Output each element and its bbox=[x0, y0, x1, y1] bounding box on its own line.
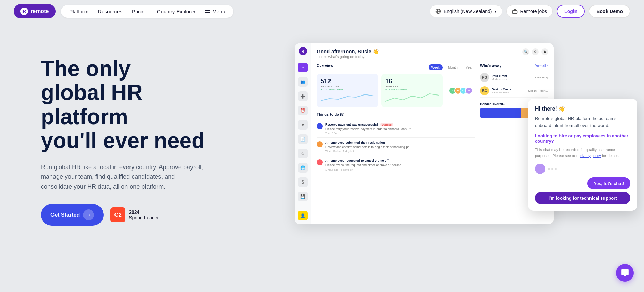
navbar: R remote Platform Resources Pricing Coun… bbox=[0, 0, 644, 23]
sidebar-star-icon[interactable]: ☆ bbox=[298, 149, 308, 158]
todo-item-3: An employee requested to cancel 7 time o… bbox=[317, 156, 475, 174]
g2-logo-icon: G2 bbox=[110, 207, 125, 222]
nav-right: English (New Zealand) ▾ Remote jobs Logi… bbox=[430, 5, 630, 18]
globe-icon bbox=[435, 9, 441, 14]
chat-disclaimer: This chat may be recorded for quality as… bbox=[535, 147, 630, 158]
menu-icon bbox=[205, 10, 210, 13]
overview-label: Overview bbox=[317, 63, 333, 68]
dashboard-header: Good afternoon, Susie 👋 Here's what's go… bbox=[317, 48, 548, 59]
tab-month[interactable]: Month bbox=[445, 64, 460, 70]
joiners-change: +5 from last week bbox=[385, 88, 439, 91]
nav-pill: Platform Resources Pricing Country Explo… bbox=[61, 5, 233, 18]
dashboard-tabs: Week Month Year bbox=[429, 64, 475, 70]
hero-visual: R ⌂ 👥 ➕ ⏰ ♥ 📄 ☆ 🌐 $ 💾 👤 Good afternoon, … bbox=[218, 36, 630, 224]
chat-bubble-icon bbox=[620, 268, 629, 277]
todo-meta-1: Tue, 8 Jun bbox=[325, 132, 413, 135]
sidebar-logo-icon: R bbox=[299, 47, 307, 55]
todo-desc-3: Please review the request and either app… bbox=[325, 163, 402, 167]
sidebar-save-icon[interactable]: 💾 bbox=[298, 192, 308, 201]
todo-desc-1: Please retry your reserve payment in ord… bbox=[325, 127, 413, 131]
chat-body: Remote's global HR platform helps teams … bbox=[535, 115, 630, 129]
sidebar-globe-icon[interactable]: 🌐 bbox=[298, 163, 308, 173]
headcount-change: +10 from last week bbox=[321, 88, 374, 91]
todo-item-1: Reserve payment was unsuccessful Overdue… bbox=[317, 120, 475, 138]
chat-fab-button[interactable] bbox=[616, 264, 634, 282]
sidebar-money-icon[interactable]: $ bbox=[298, 177, 308, 187]
chat-typing-indicator bbox=[548, 168, 557, 170]
todo-dot-1 bbox=[317, 123, 323, 129]
logo[interactable]: R remote bbox=[14, 4, 56, 18]
away-name-2: Beatriz Costa bbox=[492, 88, 525, 91]
refresh-icon[interactable]: ↻ bbox=[541, 48, 548, 55]
todo-meta-2: Wed, 10 Jun · 1 day left bbox=[325, 150, 411, 153]
todo-item-2: An employee submitted their resignation … bbox=[317, 138, 475, 156]
chat-avatar bbox=[535, 164, 545, 174]
headcount-number: 512 bbox=[321, 78, 374, 85]
remote-jobs-button[interactable]: Remote jobs bbox=[506, 5, 553, 17]
chat-yes-button[interactable]: Yes, let's chat! bbox=[587, 177, 630, 189]
privacy-policy-link[interactable]: privacy policy bbox=[579, 154, 601, 158]
nav-menu[interactable]: Menu bbox=[205, 9, 225, 14]
sidebar-clock-icon[interactable]: ⏰ bbox=[298, 106, 308, 115]
chat-support-button[interactable]: I'm looking for technical support bbox=[535, 192, 630, 204]
chat-question: Looking to hire or pay employees in anot… bbox=[535, 133, 630, 144]
g2-text: 2024 Spring Leader bbox=[129, 209, 159, 220]
headcount-card: 512 HEADCOUNT +10 from last week bbox=[317, 74, 378, 107]
hero-title: The only global HR platform you'll ever … bbox=[41, 57, 218, 153]
svg-rect-3 bbox=[512, 11, 517, 14]
remote-jobs-label: Remote jobs bbox=[520, 9, 547, 14]
away-info-2: Beatriz Costa Parental leave bbox=[492, 88, 525, 94]
todo-title-2: An employee submitted their resignation bbox=[325, 141, 411, 145]
nav-platform[interactable]: Platform bbox=[69, 9, 88, 14]
dashboard-subtitle: Here's what's going on today. bbox=[317, 55, 379, 59]
away-dates-2: Mar 16 – Mar 18 bbox=[528, 89, 548, 92]
tab-week[interactable]: Week bbox=[429, 64, 443, 70]
chat-widget: Hi there! 👋 Remote's global HR platform … bbox=[528, 99, 637, 211]
joiners-label: JOINERS bbox=[385, 85, 439, 88]
book-demo-button[interactable]: Book Demo bbox=[589, 5, 630, 18]
get-started-button[interactable]: Get Started → bbox=[41, 204, 104, 226]
briefcase-icon bbox=[512, 9, 518, 14]
headcount-chart bbox=[321, 91, 374, 103]
todo-meta-3: 1 hour ago · 6 days left bbox=[325, 168, 402, 171]
hero-content: The only global HR platform you'll ever … bbox=[41, 36, 218, 226]
joiners-number: 16 bbox=[385, 78, 439, 85]
dashboard-header-icons: 🔍 ⚙ ↻ bbox=[522, 48, 548, 55]
nav-resources[interactable]: Resources bbox=[98, 9, 122, 14]
arrow-right-icon: → bbox=[83, 209, 94, 220]
nav-country-explorer[interactable]: Country Explorer bbox=[157, 9, 196, 14]
todos-label: Things to do (5) bbox=[317, 112, 475, 116]
dashboard-card: R ⌂ 👥 ➕ ⏰ ♥ 📄 ☆ 🌐 $ 💾 👤 Good afternoon, … bbox=[295, 43, 554, 224]
view-all-link[interactable]: View all > bbox=[535, 64, 548, 67]
sidebar-heart-icon[interactable]: ♥ bbox=[298, 120, 308, 130]
hero-section: The only global HR platform you'll ever … bbox=[0, 23, 644, 275]
sidebar-avatar-icon[interactable]: 👤 bbox=[298, 211, 308, 220]
chat-greeting: Hi there! 👋 bbox=[535, 105, 630, 112]
avatar-4: D bbox=[465, 87, 473, 94]
dashboard-greeting: Good afternoon, Susie 👋 bbox=[317, 48, 379, 55]
away-dates-1: Only today bbox=[535, 76, 548, 79]
hero-subtitle: Run global HR like a local in every coun… bbox=[41, 162, 204, 192]
headcount-label: HEADCOUNT bbox=[321, 85, 374, 88]
search-icon[interactable]: 🔍 bbox=[522, 48, 529, 55]
settings-icon[interactable]: ⚙ bbox=[532, 48, 539, 55]
todo-desc-2: Review and confirm some details to begin… bbox=[325, 145, 411, 149]
dashboard-sidebar: R ⌂ 👥 ➕ ⏰ ♥ 📄 ☆ 🌐 $ 💾 👤 bbox=[295, 43, 311, 224]
dashboard-stats: 512 HEADCOUNT +10 from last week bbox=[317, 74, 475, 107]
sidebar-home-icon[interactable]: ⌂ bbox=[298, 63, 308, 72]
tab-year[interactable]: Year bbox=[463, 64, 475, 70]
away-reason-2: Parental leave bbox=[492, 91, 525, 94]
sidebar-doc-icon[interactable]: 📄 bbox=[298, 134, 308, 144]
sidebar-team-icon[interactable]: 👥 bbox=[298, 77, 308, 87]
login-button[interactable]: Login bbox=[557, 5, 585, 18]
language-selector[interactable]: English (New Zealand) ▾ bbox=[430, 5, 502, 17]
get-started-label: Get Started bbox=[50, 212, 80, 218]
sidebar-add-icon[interactable]: ➕ bbox=[298, 91, 308, 101]
g2-badge: G2 2024 Spring Leader bbox=[110, 207, 159, 222]
nav-pricing[interactable]: Pricing bbox=[132, 9, 148, 14]
hero-actions: Get Started → G2 2024 Spring Leader bbox=[41, 204, 218, 226]
whos-away-header: Who's away View all > bbox=[480, 63, 548, 68]
todo-dot-2 bbox=[317, 141, 323, 147]
away-info-1: Paul Grant Medical leave bbox=[492, 74, 533, 81]
joiners-card: 16 JOINERS +5 from last week bbox=[381, 74, 443, 107]
